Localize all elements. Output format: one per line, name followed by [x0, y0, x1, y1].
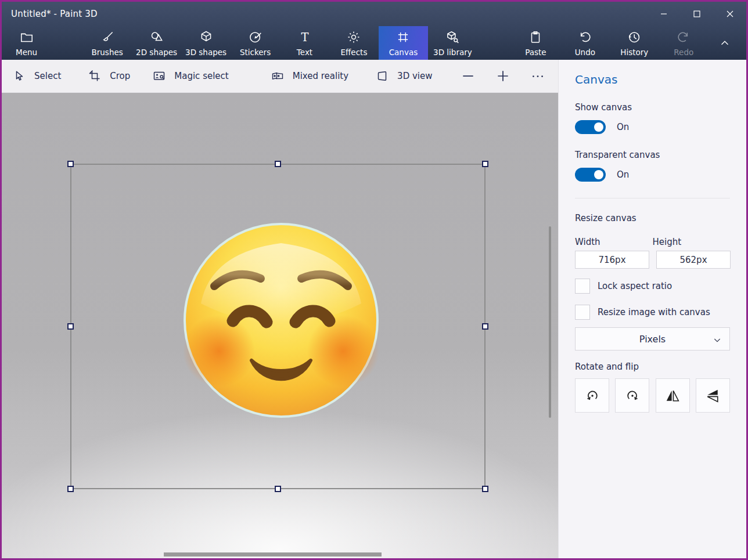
horizontal-scrollbar[interactable] [164, 552, 382, 557]
menu-button[interactable]: Menu [6, 26, 46, 60]
crop-icon [88, 69, 102, 83]
rotate-right-button[interactable] [615, 378, 649, 413]
flip-horizontal-button[interactable] [656, 378, 690, 413]
redo-button[interactable]: Redo [659, 26, 709, 60]
tool-label: Magic select [174, 71, 228, 81]
crop-tool[interactable]: Crop [88, 69, 130, 83]
history-icon [627, 30, 642, 45]
chevron-down-icon [713, 335, 722, 345]
panel-title: Canvas [575, 73, 730, 86]
selection-handle-w[interactable] [67, 323, 74, 330]
ribbon-label: 3D library [433, 48, 472, 57]
plus-icon [495, 68, 510, 84]
3d-view-icon [375, 69, 389, 83]
selection-handle-ne[interactable] [482, 161, 488, 167]
rotate-left-icon [584, 388, 600, 404]
lock-aspect-row: Lock aspect ratio [575, 279, 730, 294]
tool-label: Mixed reality [293, 71, 348, 81]
app-header: Untitled* - Paint 3D Menu Brushes [2, 2, 746, 60]
magic-select-tool[interactable]: Magic select [152, 69, 228, 83]
show-canvas-toggle[interactable] [575, 120, 606, 134]
tab-text[interactable]: T Text [280, 26, 329, 60]
zoom-out-button[interactable] [459, 67, 477, 85]
window-title: Untitled* - Paint 3D [11, 9, 98, 19]
history-button[interactable]: History [610, 26, 659, 60]
minimize-icon [660, 10, 667, 17]
selection-handle-s[interactable] [275, 486, 281, 492]
lock-aspect-checkbox[interactable] [575, 279, 590, 294]
toggle-knob [594, 122, 603, 132]
brush-icon [100, 30, 115, 45]
show-canvas-state: On [617, 122, 629, 132]
units-value: Pixels [639, 334, 666, 345]
width-input[interactable] [575, 251, 649, 269]
width-label: Width [575, 237, 653, 247]
text-icon: T [297, 30, 312, 45]
selection-handle-n[interactable] [275, 161, 281, 167]
resize-image-row: Resize image with canvas [575, 305, 730, 320]
transparent-canvas-row: On [575, 168, 730, 182]
zoom-controls [459, 67, 546, 85]
selection-handle-se[interactable] [482, 486, 488, 492]
tab-stickers[interactable]: Stickers [231, 26, 280, 60]
transparent-canvas-label: Transparent canvas [575, 150, 730, 160]
ribbon-label: Redo [674, 48, 693, 57]
size-inputs [575, 251, 730, 269]
2d-shapes-icon [149, 30, 164, 45]
transparent-canvas-toggle[interactable] [575, 168, 606, 182]
units-dropdown[interactable]: Pixels [575, 327, 730, 351]
tool-label: Select [34, 71, 61, 81]
rotate-left-button[interactable] [575, 378, 609, 413]
tab-2d-shapes[interactable]: 2D shapes [132, 26, 181, 60]
resize-image-checkbox[interactable] [575, 305, 590, 320]
maximize-icon [693, 10, 700, 17]
selection-handle-nw[interactable] [67, 161, 74, 167]
flip-vertical-button[interactable] [696, 378, 730, 413]
workspace-column: Select Crop Magic select Mixed reality 3… [2, 60, 558, 558]
undo-button[interactable]: Undo [560, 26, 610, 60]
rotate-flip-buttons [575, 378, 730, 413]
paste-button[interactable]: Paste [511, 26, 560, 60]
maximize-button[interactable] [680, 2, 713, 26]
selection-handle-e[interactable] [482, 323, 488, 330]
effects-icon [346, 30, 361, 45]
tab-3d-shapes[interactable]: 3D shapes [181, 26, 231, 60]
zoom-in-button[interactable] [494, 67, 512, 85]
workspace[interactable] [2, 93, 558, 558]
flip-vertical-icon [704, 388, 721, 404]
vertical-scrollbar[interactable] [549, 226, 551, 418]
flip-horizontal-icon [664, 388, 681, 404]
paste-icon [528, 30, 543, 45]
close-button[interactable] [713, 2, 746, 26]
ribbon-label: History [620, 48, 648, 57]
tab-3d-library[interactable]: 3D library [428, 26, 477, 60]
cursor-icon [12, 69, 26, 83]
more-options-button[interactable] [529, 67, 546, 85]
ribbon: Menu Brushes 2D shapes 3D shapes Sticker… [2, 26, 746, 60]
show-canvas-label: Show canvas [575, 102, 730, 113]
window-controls [647, 2, 746, 26]
show-canvas-row: On [575, 120, 730, 134]
ribbon-label: Effects [341, 48, 368, 57]
tab-effects[interactable]: Effects [329, 26, 379, 60]
3d-library-icon [445, 30, 460, 45]
mixed-reality-tool[interactable]: Mixed reality [271, 69, 348, 83]
canvas-icon [395, 30, 411, 45]
undo-icon [577, 30, 592, 45]
select-tool[interactable]: Select [12, 69, 61, 83]
ribbon-label: 2D shapes [136, 48, 177, 57]
resize-canvas-label: Resize canvas [575, 213, 730, 223]
tab-brushes[interactable]: Brushes [82, 26, 132, 60]
height-input[interactable] [656, 251, 731, 269]
tool-label: 3D view [397, 71, 432, 81]
tool-options-bar: Select Crop Magic select Mixed reality 3… [2, 60, 558, 93]
3d-view-tool[interactable]: 3D view [375, 69, 432, 83]
tab-canvas[interactable]: Canvas [379, 26, 428, 60]
collapse-ribbon-button[interactable] [709, 26, 742, 60]
minimize-button[interactable] [647, 2, 680, 26]
selection-box[interactable] [70, 164, 486, 489]
ribbon-label: Menu [16, 48, 37, 57]
selection-handle-sw[interactable] [67, 486, 74, 492]
menu-folder-icon [19, 30, 34, 45]
mixed-reality-icon [271, 69, 285, 83]
